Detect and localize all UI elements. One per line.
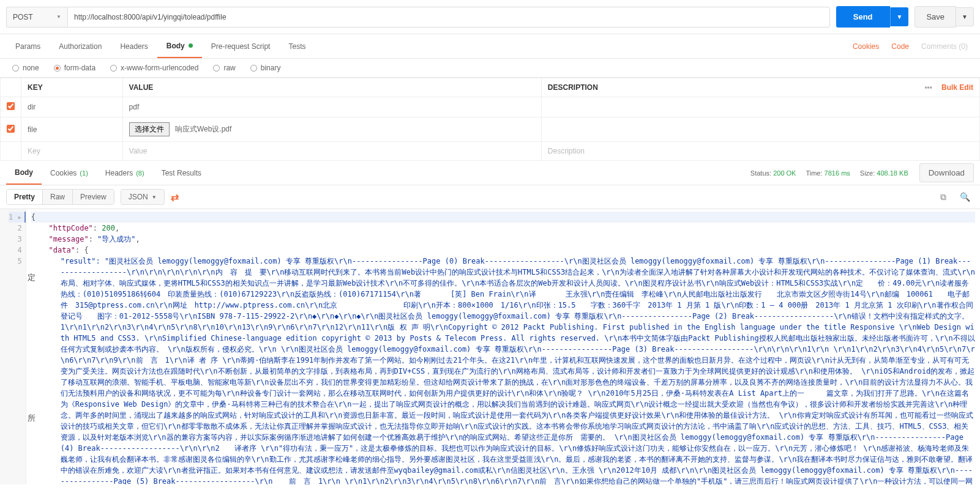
tab-params[interactable]: Params bbox=[6, 34, 50, 58]
tab-tests[interactable]: Tests bbox=[279, 34, 315, 58]
json-message: 导入成功 bbox=[102, 235, 131, 243]
resp-tab-headers[interactable]: Headers (8) bbox=[97, 161, 153, 185]
table-row: dir pdf bbox=[1, 97, 980, 117]
send-dropdown-button[interactable]: ▼ bbox=[890, 7, 909, 26]
choose-file-button[interactable]: 选择文件 bbox=[129, 122, 170, 136]
row-value[interactable]: pdf bbox=[122, 97, 541, 117]
download-button[interactable]: Download bbox=[919, 163, 974, 182]
row-checkbox[interactable] bbox=[7, 125, 15, 133]
response-body[interactable]: 1 ▸2345 { "httpCode": 200, "message": "导… bbox=[0, 209, 980, 484]
form-data-table: KEY VALUE DESCRIPTION ••• Bulk Edit dir … bbox=[0, 78, 980, 161]
view-preview[interactable]: Preview bbox=[73, 190, 114, 204]
search-icon[interactable]: 🔍 bbox=[956, 192, 974, 202]
body-type-radios: none form-data x-www-form-urlencoded raw… bbox=[0, 59, 980, 78]
view-mode-group: Pretty Raw Preview bbox=[6, 189, 114, 205]
desc-placeholder[interactable]: Description bbox=[541, 142, 979, 161]
request-tabs: Params Authorization Headers Body Pre-re… bbox=[0, 34, 980, 59]
cookies-link[interactable]: Cookies bbox=[847, 42, 885, 51]
radio-icon bbox=[54, 65, 61, 72]
chevron-down-icon: ▼ bbox=[56, 14, 61, 20]
row-desc[interactable] bbox=[541, 97, 979, 117]
row-desc[interactable] bbox=[541, 117, 979, 142]
row-key[interactable]: file bbox=[21, 117, 123, 142]
row-key[interactable]: dir bbox=[21, 97, 123, 117]
resp-tab-testresults[interactable]: Test Results bbox=[153, 161, 210, 185]
send-button[interactable]: Send bbox=[836, 6, 890, 28]
body-type-raw[interactable]: raw bbox=[213, 64, 235, 72]
comments-link[interactable]: Comments (0) bbox=[915, 42, 974, 51]
col-value: VALUE bbox=[122, 78, 541, 97]
http-method-value: POST bbox=[13, 13, 33, 21]
tab-authorization[interactable]: Authorization bbox=[50, 34, 111, 58]
col-more-icon[interactable]: ••• bbox=[924, 83, 932, 92]
radio-icon bbox=[213, 65, 220, 72]
file-name-label: 响应式Web设.pdf bbox=[175, 125, 231, 133]
line-gutter: 1 ▸2345 bbox=[0, 209, 26, 484]
row-checkbox[interactable] bbox=[7, 102, 15, 110]
response-viewbar: Pretty Raw Preview JSON ▼ ⇄ ⧉ 🔍 bbox=[0, 185, 980, 209]
key-placeholder[interactable]: Key bbox=[21, 142, 123, 161]
copy-icon[interactable]: ⧉ bbox=[937, 192, 950, 202]
save-dropdown-button[interactable]: ▼ bbox=[956, 7, 974, 26]
response-tabs: Body Cookies (1) Headers (8) Test Result… bbox=[0, 161, 980, 185]
resp-tab-cookies[interactable]: Cookies (1) bbox=[42, 161, 97, 185]
status-label: Status: 200 OK bbox=[746, 169, 801, 177]
radio-icon bbox=[110, 65, 117, 72]
table-row-empty: Key Value Description bbox=[1, 142, 980, 161]
resp-tab-body[interactable]: Body bbox=[6, 161, 42, 185]
col-key: KEY bbox=[21, 78, 123, 97]
row-value[interactable]: 选择文件 响应式Web设.pdf bbox=[122, 117, 541, 142]
url-input[interactable] bbox=[67, 7, 830, 28]
radio-icon bbox=[250, 65, 257, 72]
body-type-form-data[interactable]: form-data bbox=[54, 64, 95, 72]
tab-body[interactable]: Body bbox=[157, 34, 202, 58]
chevron-down-icon: ▼ bbox=[152, 194, 157, 200]
json-httpcode: 200 bbox=[102, 224, 115, 232]
body-type-binary[interactable]: binary bbox=[250, 64, 281, 72]
body-type-xwww[interactable]: x-www-form-urlencoded bbox=[110, 64, 198, 72]
col-description: DESCRIPTION ••• Bulk Edit bbox=[541, 78, 979, 97]
save-button[interactable]: Save bbox=[915, 6, 956, 28]
code-link[interactable]: Code bbox=[885, 42, 915, 51]
format-select[interactable]: JSON ▼ bbox=[121, 189, 165, 205]
radio-icon bbox=[12, 65, 19, 72]
tab-headers[interactable]: Headers bbox=[111, 34, 157, 58]
json-result-text: "result": "图灵社区会员 lemoggy(lemoggy@foxmai… bbox=[61, 257, 980, 484]
body-type-none[interactable]: none bbox=[12, 64, 39, 72]
tab-prerequest[interactable]: Pre-request Script bbox=[202, 34, 280, 58]
page-label: 所 bbox=[28, 413, 36, 424]
value-placeholder[interactable]: Value bbox=[122, 142, 541, 161]
http-method-select[interactable]: POST ▼ bbox=[6, 7, 67, 28]
body-dirty-dot bbox=[189, 43, 193, 48]
view-raw[interactable]: Raw bbox=[43, 190, 73, 204]
wrap-lines-icon[interactable]: ⇄ bbox=[171, 191, 179, 203]
view-pretty[interactable]: Pretty bbox=[7, 190, 43, 204]
table-row: file 选择文件 响应式Web设.pdf bbox=[1, 117, 980, 142]
bulk-edit-link[interactable]: Bulk Edit bbox=[941, 83, 973, 92]
time-label: Time: 7816 ms bbox=[801, 169, 855, 177]
page-label: 定 bbox=[28, 272, 36, 283]
size-label: Size: 408.18 KB bbox=[855, 169, 913, 177]
